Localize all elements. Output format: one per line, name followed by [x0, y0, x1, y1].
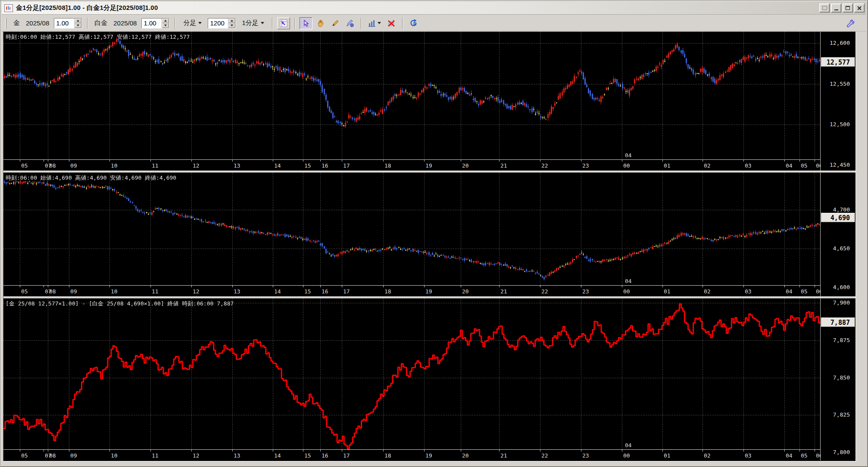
time-tick-mark [815, 160, 815, 162]
time-tick-mark [540, 160, 540, 162]
price-tick-label: 4,600 [833, 284, 850, 290]
time-tick-mark [743, 450, 744, 451]
float-window-button[interactable] [819, 3, 830, 12]
time-tick-mark [383, 450, 384, 451]
chevron-down-icon [261, 22, 264, 24]
chart-window: 金1分足[2025/08]1.00 - 白金1分足[2025/08]1.00 金… [0, 0, 868, 467]
refresh-button[interactable]: R [407, 17, 420, 29]
time-tick-mark [20, 450, 20, 451]
settings-wrench-button[interactable] [844, 17, 857, 29]
platinum-ratio-spinner [141, 18, 169, 28]
time-tick-mark [48, 450, 48, 451]
marker-tool-button[interactable] [343, 17, 356, 29]
time-tick-label: 22 [541, 452, 548, 459]
platinum-candlestick-canvas[interactable] [3, 173, 820, 285]
window-titlebar[interactable]: 金1分足[2025/08]1.00 - 白金1分足[2025/08]1.00 [2, 2, 866, 15]
time-tick-mark [799, 286, 800, 287]
time-tick-label: 05 [21, 288, 28, 295]
bar-count-spin-buttons [228, 19, 235, 28]
platinum-plot-area[interactable]: 時刻:06:00 始値:4,690 高値:4,690 安値:4,690 終値:4… [3, 173, 820, 285]
toolbar-grip[interactable] [5, 18, 6, 29]
platinum-ratio-spin-up[interactable] [162, 19, 169, 23]
toolbar: 金 2025/08 白金 2025/08 分足 [2, 15, 866, 31]
time-tick-mark [662, 286, 663, 287]
time-tick-label: 19 [425, 452, 432, 459]
time-tick-label: 04 [786, 452, 793, 459]
pencil-icon [331, 19, 340, 28]
draw-line-button[interactable] [329, 17, 342, 29]
cursor-icon [302, 19, 310, 27]
chart-settings-button[interactable] [277, 17, 290, 29]
time-tick-mark [320, 160, 321, 162]
chevron-down-icon [378, 22, 381, 24]
time-tick-label: 01 [664, 162, 671, 169]
spread-chart-panel: [金 25/08 12,577×1.00] - [白金 25/08 4,690×… [3, 299, 856, 461]
last-price-badge: 4,690 [821, 213, 855, 222]
time-tick-mark [320, 450, 321, 451]
gold-ratio-spin-up[interactable] [75, 19, 81, 23]
price-tick-label: 12,550 [830, 81, 850, 87]
time-tick-mark [622, 450, 622, 451]
gold-month-label: 2025/08 [26, 19, 49, 27]
gold-candlestick-canvas[interactable] [3, 32, 820, 159]
float-icon [822, 6, 827, 10]
platinum-ratio-input[interactable] [142, 19, 162, 28]
bar-chart-icon [368, 19, 376, 28]
gold-plot-area[interactable]: 時刻:06:00 始値:12,577 高値:12,577 安値:12,577 終… [3, 32, 820, 159]
platinum-ratio-spin-down[interactable] [162, 23, 169, 28]
platinum-time-axis: 0507080910111213141516171819202122230001… [3, 285, 820, 296]
spread-line-canvas[interactable] [3, 299, 820, 449]
bar-count-input[interactable] [208, 19, 228, 28]
time-tick-label: 11 [152, 288, 159, 295]
time-tick-mark [784, 160, 785, 162]
maximize-button[interactable] [843, 3, 853, 12]
bar-count-spin-down[interactable] [228, 23, 235, 28]
time-tick-mark [662, 450, 663, 451]
time-tick-label: 15 [304, 288, 311, 295]
time-tick-mark [44, 450, 44, 451]
price-tick-label: 7,875 [833, 337, 850, 343]
time-tick-mark [499, 286, 500, 287]
platinum-symbol-label: 白金 [94, 19, 107, 27]
interval-select[interactable]: 1分足 [240, 18, 265, 28]
time-tick-mark [799, 160, 800, 162]
time-tick-mark [461, 160, 461, 162]
minimize-button[interactable] [831, 3, 841, 12]
close-button[interactable] [854, 3, 865, 12]
date-label: 04 [625, 152, 632, 159]
time-tick-label: 14 [274, 288, 281, 295]
price-tick-label: 12,500 [830, 121, 850, 128]
hand-icon [316, 19, 325, 28]
time-tick-mark [662, 160, 663, 162]
bar-type-select[interactable]: 分足 [181, 18, 203, 28]
down-arrow-icon [77, 25, 79, 26]
time-tick-label: 17 [343, 288, 350, 295]
indicator-chart-button[interactable] [366, 17, 383, 29]
time-tick-label: 20 [462, 288, 469, 295]
up-arrow-icon [231, 20, 233, 22]
time-tick-mark [150, 450, 151, 451]
time-tick-mark [799, 450, 800, 451]
price-tick-label: 12,450 [830, 162, 850, 168]
price-tick-label: 4,700 [833, 206, 850, 213]
time-tick-mark [109, 160, 110, 162]
time-tick-mark [48, 160, 48, 162]
time-tick-mark [703, 286, 703, 287]
bar-type-label: 分足 [183, 19, 196, 27]
bar-count-spin-up[interactable] [228, 19, 235, 23]
hand-tool-button[interactable] [314, 17, 327, 29]
time-tick-label: 09 [70, 162, 77, 169]
wrench-icon [846, 19, 855, 28]
gold-ratio-input[interactable] [54, 19, 74, 28]
time-tick-label: 01 [664, 452, 671, 459]
spread-plot-area[interactable]: [金 25/08 12,577×1.00] - [白金 25/08 4,690×… [3, 299, 820, 449]
time-tick-label: 03 [745, 288, 752, 295]
time-tick-mark [743, 160, 744, 162]
time-tick-mark [424, 286, 425, 287]
time-tick-label: 17 [343, 162, 350, 169]
select-cursor-button[interactable] [300, 17, 312, 29]
time-tick-mark [784, 286, 785, 287]
gold-ratio-spin-down[interactable] [75, 23, 81, 28]
time-tick-mark [191, 286, 192, 287]
clear-indicator-button[interactable] [385, 17, 398, 29]
